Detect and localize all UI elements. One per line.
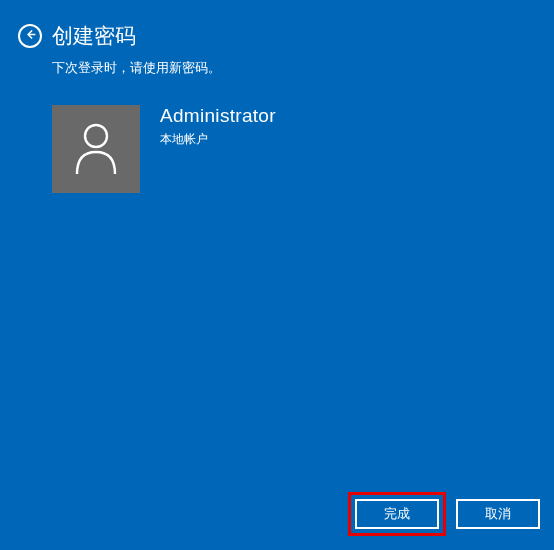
avatar — [52, 105, 140, 193]
page-title: 创建密码 — [52, 22, 136, 50]
user-icon — [71, 120, 121, 179]
svg-point-0 — [85, 125, 107, 147]
page-subtitle: 下次登录时，请使用新密码。 — [0, 60, 554, 77]
account-name: Administrator — [160, 105, 276, 127]
cancel-button[interactable]: 取消 — [456, 499, 540, 529]
account-type: 本地帐户 — [160, 131, 276, 148]
highlight-annotation: 完成 — [348, 492, 446, 536]
back-button[interactable] — [18, 24, 42, 48]
account-section: Administrator 本地帐户 — [0, 105, 554, 193]
arrow-left-icon — [24, 27, 37, 45]
finish-button[interactable]: 完成 — [355, 499, 439, 529]
